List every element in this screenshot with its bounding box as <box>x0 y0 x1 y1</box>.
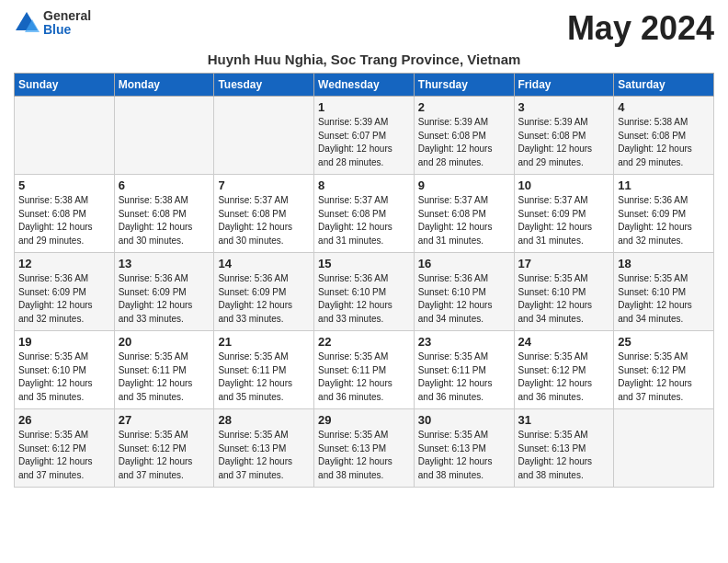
calendar-cell: 29Sunrise: 5:35 AM Sunset: 6:13 PM Dayli… <box>314 409 415 488</box>
day-number: 23 <box>418 335 510 349</box>
day-number: 18 <box>618 257 710 270</box>
day-details: Sunrise: 5:35 AM Sunset: 6:12 PM Dayligh… <box>119 429 210 482</box>
day-details: Sunrise: 5:35 AM Sunset: 6:12 PM Dayligh… <box>518 350 610 404</box>
day-number: 24 <box>518 335 610 349</box>
calendar-week-row: 26Sunrise: 5:35 AM Sunset: 6:12 PM Dayli… <box>15 409 714 488</box>
day-number: 22 <box>318 335 410 349</box>
day-details: Sunrise: 5:38 AM Sunset: 6:08 PM Dayligh… <box>618 116 710 169</box>
calendar-week-row: 5Sunrise: 5:38 AM Sunset: 6:08 PM Daylig… <box>15 175 714 253</box>
day-number: 17 <box>518 257 610 270</box>
logo: General Blue <box>14 9 91 38</box>
subtitle: Huynh Huu Nghia, Soc Trang Province, Vie… <box>14 52 714 67</box>
day-details: Sunrise: 5:37 AM Sunset: 6:08 PM Dayligh… <box>318 194 410 247</box>
day-number: 31 <box>518 413 610 427</box>
calendar-cell: 31Sunrise: 5:35 AM Sunset: 6:13 PM Dayli… <box>514 409 614 488</box>
day-details: Sunrise: 5:38 AM Sunset: 6:08 PM Dayligh… <box>18 194 110 247</box>
day-header: Friday <box>514 74 614 97</box>
day-details: Sunrise: 5:38 AM Sunset: 6:08 PM Dayligh… <box>119 194 210 247</box>
day-number: 11 <box>618 178 710 192</box>
day-number: 28 <box>218 413 310 427</box>
calendar-cell: 22Sunrise: 5:35 AM Sunset: 6:11 PM Dayli… <box>314 331 415 409</box>
day-number: 13 <box>119 257 210 270</box>
calendar-cell: 6Sunrise: 5:38 AM Sunset: 6:08 PM Daylig… <box>114 175 214 253</box>
day-number: 4 <box>618 100 710 114</box>
day-details: Sunrise: 5:36 AM Sunset: 6:09 PM Dayligh… <box>618 194 710 247</box>
calendar-cell: 2Sunrise: 5:39 AM Sunset: 6:08 PM Daylig… <box>414 97 514 175</box>
calendar-cell: 18Sunrise: 5:35 AM Sunset: 6:10 PM Dayli… <box>614 253 714 331</box>
logo-icon <box>14 10 40 36</box>
day-number: 5 <box>18 178 110 192</box>
calendar-cell: 1Sunrise: 5:39 AM Sunset: 6:07 PM Daylig… <box>314 97 415 175</box>
calendar-cell: 30Sunrise: 5:35 AM Sunset: 6:13 PM Dayli… <box>414 409 514 488</box>
day-details: Sunrise: 5:35 AM Sunset: 6:13 PM Dayligh… <box>518 429 610 482</box>
calendar-cell: 13Sunrise: 5:36 AM Sunset: 6:09 PM Dayli… <box>114 253 214 331</box>
calendar-cell: 16Sunrise: 5:36 AM Sunset: 6:10 PM Dayli… <box>414 253 514 331</box>
calendar-cell: 19Sunrise: 5:35 AM Sunset: 6:10 PM Dayli… <box>15 331 115 409</box>
calendar-week-row: 12Sunrise: 5:36 AM Sunset: 6:09 PM Dayli… <box>15 253 714 331</box>
logo-general: General <box>43 9 91 23</box>
day-details: Sunrise: 5:35 AM Sunset: 6:11 PM Dayligh… <box>218 350 310 404</box>
day-header: Wednesday <box>314 74 415 97</box>
day-details: Sunrise: 5:36 AM Sunset: 6:09 PM Dayligh… <box>218 272 310 326</box>
calendar-cell: 20Sunrise: 5:35 AM Sunset: 6:11 PM Dayli… <box>114 331 214 409</box>
calendar-table: SundayMondayTuesdayWednesdayThursdayFrid… <box>14 73 714 488</box>
day-details: Sunrise: 5:37 AM Sunset: 6:08 PM Dayligh… <box>418 194 510 247</box>
calendar-cell: 7Sunrise: 5:37 AM Sunset: 6:08 PM Daylig… <box>214 175 314 253</box>
calendar-cell: 8Sunrise: 5:37 AM Sunset: 6:08 PM Daylig… <box>314 175 415 253</box>
day-details: Sunrise: 5:39 AM Sunset: 6:07 PM Dayligh… <box>318 116 410 169</box>
calendar-cell <box>214 97 314 175</box>
logo-blue: Blue <box>43 23 91 37</box>
calendar-cell: 11Sunrise: 5:36 AM Sunset: 6:09 PM Dayli… <box>614 175 714 253</box>
calendar-cell: 15Sunrise: 5:36 AM Sunset: 6:10 PM Dayli… <box>314 253 415 331</box>
day-details: Sunrise: 5:37 AM Sunset: 6:09 PM Dayligh… <box>518 194 610 247</box>
day-number: 9 <box>418 178 510 192</box>
calendar-cell: 14Sunrise: 5:36 AM Sunset: 6:09 PM Dayli… <box>214 253 314 331</box>
day-number: 25 <box>618 335 710 349</box>
calendar-cell: 9Sunrise: 5:37 AM Sunset: 6:08 PM Daylig… <box>414 175 514 253</box>
day-details: Sunrise: 5:35 AM Sunset: 6:11 PM Dayligh… <box>119 350 210 404</box>
calendar-cell: 26Sunrise: 5:35 AM Sunset: 6:12 PM Dayli… <box>15 409 115 488</box>
calendar-cell: 5Sunrise: 5:38 AM Sunset: 6:08 PM Daylig… <box>15 175 115 253</box>
calendar-week-row: 19Sunrise: 5:35 AM Sunset: 6:10 PM Dayli… <box>15 331 714 409</box>
day-header: Tuesday <box>214 74 314 97</box>
calendar-cell: 23Sunrise: 5:35 AM Sunset: 6:11 PM Dayli… <box>414 331 514 409</box>
day-number: 2 <box>418 100 510 114</box>
day-number: 29 <box>318 413 410 427</box>
day-number: 7 <box>218 178 310 192</box>
day-details: Sunrise: 5:35 AM Sunset: 6:11 PM Dayligh… <box>418 350 510 404</box>
day-details: Sunrise: 5:36 AM Sunset: 6:10 PM Dayligh… <box>418 272 510 326</box>
header: General Blue May 2024 <box>14 9 714 48</box>
day-details: Sunrise: 5:36 AM Sunset: 6:10 PM Dayligh… <box>318 272 410 326</box>
day-details: Sunrise: 5:35 AM Sunset: 6:11 PM Dayligh… <box>318 350 410 404</box>
day-details: Sunrise: 5:35 AM Sunset: 6:10 PM Dayligh… <box>18 350 110 404</box>
day-number: 8 <box>318 178 410 192</box>
day-details: Sunrise: 5:36 AM Sunset: 6:09 PM Dayligh… <box>18 272 110 326</box>
day-number: 20 <box>119 335 210 349</box>
day-number: 27 <box>119 413 210 427</box>
calendar-week-row: 1Sunrise: 5:39 AM Sunset: 6:07 PM Daylig… <box>15 97 714 175</box>
calendar-cell: 28Sunrise: 5:35 AM Sunset: 6:13 PM Dayli… <box>214 409 314 488</box>
day-header: Sunday <box>15 74 115 97</box>
day-details: Sunrise: 5:35 AM Sunset: 6:13 PM Dayligh… <box>318 429 410 482</box>
calendar-cell: 24Sunrise: 5:35 AM Sunset: 6:12 PM Dayli… <box>514 331 614 409</box>
calendar-cell: 21Sunrise: 5:35 AM Sunset: 6:11 PM Dayli… <box>214 331 314 409</box>
day-details: Sunrise: 5:35 AM Sunset: 6:12 PM Dayligh… <box>618 350 710 404</box>
day-header: Saturday <box>614 74 714 97</box>
day-number: 26 <box>18 413 110 427</box>
day-number: 10 <box>518 178 610 192</box>
calendar-cell <box>15 97 115 175</box>
calendar-cell: 3Sunrise: 5:39 AM Sunset: 6:08 PM Daylig… <box>514 97 614 175</box>
day-number: 6 <box>119 178 210 192</box>
calendar-cell: 25Sunrise: 5:35 AM Sunset: 6:12 PM Dayli… <box>614 331 714 409</box>
day-details: Sunrise: 5:37 AM Sunset: 6:08 PM Dayligh… <box>218 194 310 247</box>
day-number: 1 <box>318 100 410 114</box>
day-details: Sunrise: 5:35 AM Sunset: 6:12 PM Dayligh… <box>18 429 110 482</box>
calendar-cell: 12Sunrise: 5:36 AM Sunset: 6:09 PM Dayli… <box>15 253 115 331</box>
calendar-cell: 10Sunrise: 5:37 AM Sunset: 6:09 PM Dayli… <box>514 175 614 253</box>
day-details: Sunrise: 5:35 AM Sunset: 6:13 PM Dayligh… <box>218 429 310 482</box>
day-details: Sunrise: 5:39 AM Sunset: 6:08 PM Dayligh… <box>418 116 510 169</box>
day-number: 21 <box>218 335 310 349</box>
day-number: 3 <box>518 100 610 114</box>
day-number: 15 <box>318 257 410 270</box>
month-title: May 2024 <box>567 9 714 48</box>
